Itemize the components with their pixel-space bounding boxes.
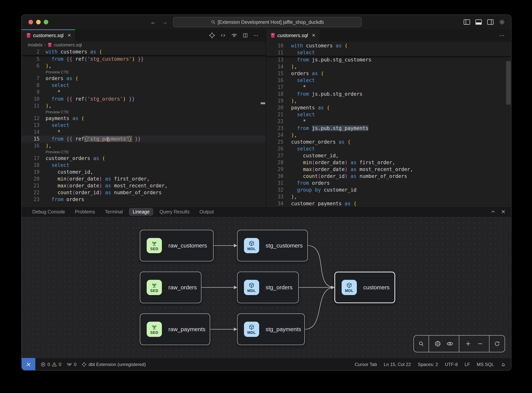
codelens-preview-cte[interactable]: Preview CTE — [22, 69, 266, 75]
lineage-node-raw_customers[interactable]: SEDraw_customers — [140, 230, 214, 261]
toggle-panel-icon[interactable] — [475, 20, 482, 25]
settings-gear-icon[interactable] — [499, 19, 505, 25]
breadcrumb[interactable]: models › customers.sql — [22, 41, 266, 48]
warning-count: 0 — [59, 362, 61, 367]
toggle-primary-sidebar-icon[interactable] — [464, 20, 470, 25]
code-line: 25customer_orders as ( — [266, 138, 511, 145]
code-line: 18 select — [22, 162, 266, 168]
cube-icon — [248, 324, 255, 330]
sticky-scroll: 10with customers as (11 select — [266, 42, 511, 56]
code-line: 14 * — [22, 129, 266, 135]
command-center[interactable]: [Extension Development Host] jaffle_shop… — [173, 17, 362, 27]
radio-tower-icon — [67, 362, 72, 367]
ports-status[interactable]: 0 — [67, 362, 76, 367]
code-line: 21 max(order_date) as most_recent_order, — [22, 182, 266, 189]
remote-icon — [26, 362, 31, 367]
vscode-window: ← → [Extension Development Host] jaffle_… — [21, 15, 512, 371]
panel-tab-query-results[interactable]: Query Results — [159, 209, 189, 215]
lineage-node-raw_orders[interactable]: SEDraw_orders — [140, 272, 201, 303]
panel-tab-debug-console[interactable]: Debug Console — [32, 209, 65, 215]
indentation-status[interactable]: Spaces: 2 — [418, 362, 438, 367]
codelens-preview-cte[interactable]: Preview CTE — [22, 149, 266, 155]
panel-tab-terminal[interactable]: Terminal — [105, 209, 123, 215]
code-lines: 5 from {{ ref('stg_customers') }}6),Prev… — [22, 55, 266, 203]
compiled-code-icon[interactable] — [220, 33, 226, 38]
back-icon[interactable]: ← — [150, 19, 156, 25]
aperture-icon[interactable] — [435, 340, 441, 347]
encoding-status[interactable]: UTF-8 — [445, 362, 458, 367]
lineage-node-stg_customers[interactable]: MDLstg_customers — [237, 230, 308, 261]
error-icon — [41, 362, 46, 367]
editor-source[interactable]: models › customers.sql 2with customers a… — [22, 41, 266, 206]
status-bar-right: Cursor Tab Ln 15, Col 22 Spaces: 2 UTF-8… — [355, 362, 511, 367]
editor-actions-left: ⋯ — [209, 29, 266, 41]
problems-status[interactable]: 0 0 — [41, 362, 61, 367]
panel-tab-problems[interactable]: Problems — [75, 209, 95, 215]
preview-eye-icon[interactable] — [231, 33, 238, 38]
close-panel-icon[interactable] — [501, 209, 506, 214]
window-controls — [29, 20, 48, 24]
close-tab-icon[interactable]: ✕ — [312, 33, 315, 38]
eol-status[interactable]: LF — [465, 362, 470, 367]
tab-customers-sql-right[interactable]: customers.sql ✕ — [266, 29, 319, 41]
code-line: 16 select — [266, 77, 511, 84]
lineage-node-customers[interactable]: MDLcustomers — [334, 272, 395, 303]
remote-indicator[interactable] — [22, 358, 35, 371]
node-label: raw_payments — [168, 326, 205, 333]
panel-tab-bar: Debug ConsoleProblemsTerminalLineageQuer… — [22, 206, 511, 217]
badge-label: MDL — [345, 289, 353, 293]
badge-label: SED — [150, 247, 158, 251]
chevron-up-icon[interactable] — [491, 209, 495, 214]
minimize-window-button[interactable] — [36, 20, 41, 24]
tab-label: customers.sql — [33, 33, 63, 39]
panel-tab-lineage[interactable]: Lineage — [129, 208, 153, 216]
code-line: 8 select — [22, 82, 266, 89]
bell-icon[interactable] — [501, 362, 506, 367]
eye-icon[interactable] — [446, 341, 453, 347]
panel-tab-output[interactable]: Output — [200, 209, 214, 215]
lineage-node-stg_orders[interactable]: MDLstg_orders — [237, 272, 299, 303]
code-line: 24), — [266, 132, 511, 138]
code-line: 13 select — [22, 122, 266, 129]
code-line: 6), — [22, 62, 266, 69]
code-line: 28 min(order_date) as first_order, — [266, 159, 511, 166]
split-editor-icon[interactable] — [242, 33, 248, 38]
close-window-button[interactable] — [29, 20, 33, 24]
error-count: 0 — [48, 362, 50, 367]
refresh-icon[interactable] — [494, 341, 500, 347]
lineage-node-raw_payments[interactable]: SEDraw_payments — [140, 314, 210, 345]
forward-icon[interactable]: → — [162, 19, 168, 25]
tab-customers-sql-left[interactable]: customers.sql ✕ — [22, 29, 75, 41]
dbt-logo-icon[interactable] — [209, 32, 215, 39]
database-file-icon — [48, 43, 52, 47]
zoom-out-icon[interactable] — [477, 341, 483, 347]
node-label: stg_payments — [266, 326, 301, 333]
dbt-logo-icon — [82, 362, 87, 367]
node-type-badge: MDL — [342, 280, 357, 295]
screen: ← → [Extension Development Host] jaffle_… — [0, 0, 532, 393]
lineage-canvas[interactable]: SEDraw_customersMDLstg_customersSEDraw_o… — [22, 217, 511, 358]
editor-compiled[interactable]: 10with customers as (11 select 13 from j… — [266, 41, 511, 206]
code-line: 2with customers as ( — [22, 48, 266, 55]
panel-tabs: Debug ConsoleProblemsTerminalLineageQuer… — [22, 208, 214, 216]
language-status[interactable]: MS SQL — [477, 362, 494, 367]
zoom-in-icon[interactable] — [465, 341, 471, 347]
node-label: raw_customers — [168, 242, 207, 249]
breadcrumb-folder[interactable]: models — [28, 42, 42, 48]
editor-more-actions-icon[interactable]: ⋯ — [499, 32, 505, 39]
scrollbar-thumb[interactable] — [506, 61, 511, 105]
search-icon[interactable] — [418, 341, 424, 347]
code-line: 32 group by customer_id — [266, 187, 511, 193]
toggle-secondary-sidebar-icon[interactable] — [487, 20, 494, 25]
lineage-node-stg_payments[interactable]: MDLstg_payments — [237, 314, 305, 345]
editor-more-actions-icon[interactable]: ⋯ — [253, 32, 259, 39]
node-type-badge: SED — [147, 280, 162, 295]
close-tab-icon[interactable]: ✕ — [67, 33, 71, 38]
node-label: stg_orders — [266, 284, 292, 291]
codelens-preview-cte[interactable]: Preview CTE — [22, 109, 266, 115]
dbt-extension-status[interactable]: dbt Extension (unregistered) — [82, 362, 146, 367]
zoom-window-button[interactable] — [44, 20, 48, 24]
cursor-tab-status[interactable]: Cursor Tab — [355, 362, 377, 367]
breadcrumb-file[interactable]: customers.sql — [54, 42, 82, 48]
line-col-status[interactable]: Ln 15, Col 22 — [384, 362, 411, 367]
